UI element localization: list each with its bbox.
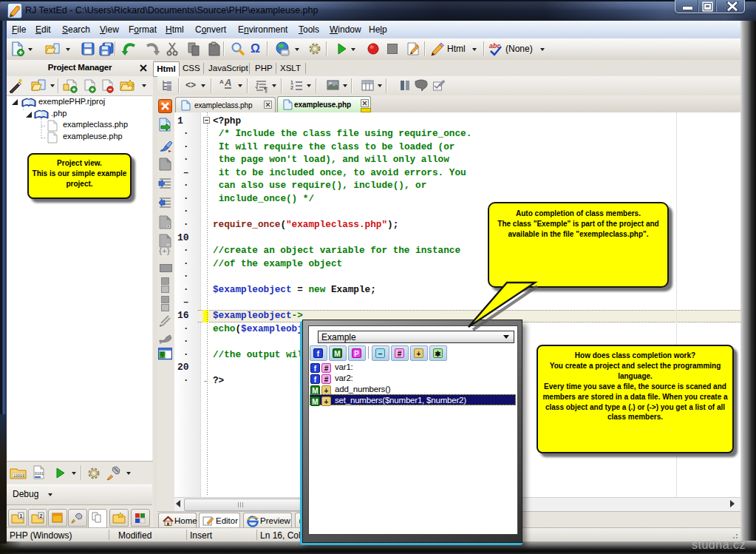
svg-text:10001: 10001 bbox=[13, 474, 24, 479]
svg-text:1: 1 bbox=[20, 513, 23, 518]
svg-text:0101: 0101 bbox=[35, 472, 44, 476]
svg-text:¶: ¶ bbox=[264, 86, 268, 93]
svg-text:1: 1 bbox=[290, 80, 293, 85]
svg-text:2: 2 bbox=[290, 85, 293, 90]
svg-text:2: 2 bbox=[40, 513, 43, 518]
